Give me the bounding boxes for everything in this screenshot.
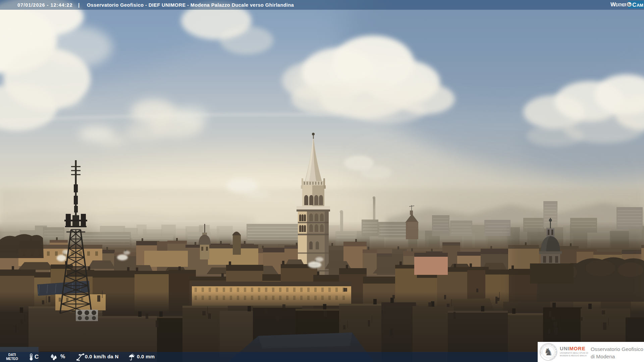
svg-text:MODENA E REGGIO EMILIA: MODENA E REGGIO EMILIA xyxy=(560,355,587,357)
svg-text:♞: ♞ xyxy=(544,346,553,357)
svg-text:Osservatorio Geofisico: Osservatorio Geofisico xyxy=(591,346,643,352)
svg-text:UNIVERSITÀ DEGLI STUDI DI: UNIVERSITÀ DEGLI STUDI DI xyxy=(560,352,588,354)
svg-text:W: W xyxy=(610,1,616,8)
svg-text:EATHER: EATHER xyxy=(616,3,626,7)
svg-text:AM: AM xyxy=(637,3,643,8)
svg-text:di Modena: di Modena xyxy=(591,354,615,359)
svg-text:C: C xyxy=(632,2,636,8)
svg-text:UNIMORE: UNIMORE xyxy=(560,346,585,351)
